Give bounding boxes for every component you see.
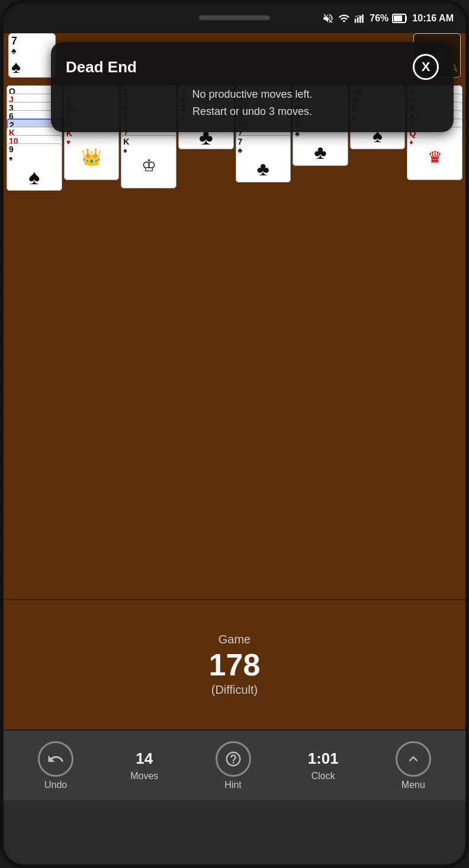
menu-button[interactable]: Menu: [396, 741, 431, 790]
hint-icon: [216, 741, 251, 777]
svg-rect-0: [355, 19, 356, 23]
svg-rect-2: [359, 16, 361, 23]
card-K-heart[interactable]: K ♥ 👑: [64, 127, 120, 180]
phone-frame: 76% 10:16 AM Dead End X No productive mo…: [0, 0, 469, 868]
menu-icon: [396, 741, 431, 777]
bottom-toolbar: Undo 14 Moves Hint 1:01 Clock: [4, 729, 465, 800]
bottom-info: Game 178 (Difficult): [4, 599, 465, 729]
undo-button[interactable]: Undo: [38, 741, 73, 790]
game-area: Dead End X No productive moves left. Res…: [4, 33, 465, 800]
dialog-title: Dead End: [66, 58, 137, 76]
game-difficulty: (Difficult): [211, 683, 258, 697]
card-K-spade-c3[interactable]: K ♠ ♔: [121, 135, 176, 188]
moves-count: 14: [136, 750, 153, 768]
signal-icon: [354, 12, 366, 24]
chevron-up-icon: [404, 750, 422, 768]
dialog-message-line2: Restart or undo 3 moves.: [66, 103, 439, 120]
moves-label: Moves: [130, 771, 158, 781]
battery-icon: [392, 13, 409, 24]
game-label: Game: [219, 633, 250, 646]
mute-icon: [322, 12, 334, 24]
undo-arrow-icon: [47, 750, 65, 768]
card-9-spade[interactable]: 9 ♠ ♠: [7, 143, 62, 191]
hint-label: Hint: [224, 780, 241, 790]
svg-rect-5: [394, 15, 402, 21]
clock-display: 1:01 Clock: [308, 750, 339, 781]
status-icons: 76% 10:16 AM: [322, 12, 454, 24]
dialog-header: Dead End X: [66, 54, 439, 80]
clock-label: Clock: [311, 771, 335, 781]
undo-label: Undo: [44, 780, 67, 790]
close-button[interactable]: X: [413, 54, 439, 80]
phone-speaker: [199, 15, 270, 20]
game-number: 178: [209, 649, 261, 680]
card-Q-diamond[interactable]: Q ♦ ♛: [407, 127, 462, 180]
svg-rect-1: [357, 17, 359, 23]
hint-button[interactable]: Hint: [216, 741, 251, 790]
dialog-body: No productive moves left. Restart or und…: [66, 86, 439, 120]
question-mark-icon: [224, 750, 242, 768]
wifi-icon: [338, 12, 351, 24]
battery-percentage: 76%: [370, 13, 388, 24]
menu-label: Menu: [401, 780, 425, 790]
dialog-message-line1: No productive moves left.: [66, 86, 439, 103]
svg-rect-3: [362, 14, 364, 23]
clock-value: 1:01: [308, 750, 339, 768]
top-card-7-spade[interactable]: 7 ♠ ♠: [8, 33, 56, 78]
status-time: 10:16 AM: [412, 13, 454, 24]
dead-end-dialog: Dead End X No productive moves left. Res…: [51, 42, 454, 132]
undo-icon: [38, 741, 73, 777]
moves-display: 14 Moves: [130, 750, 158, 781]
card-7-club-c5b[interactable]: 7 ♣ ♣: [236, 135, 291, 182]
